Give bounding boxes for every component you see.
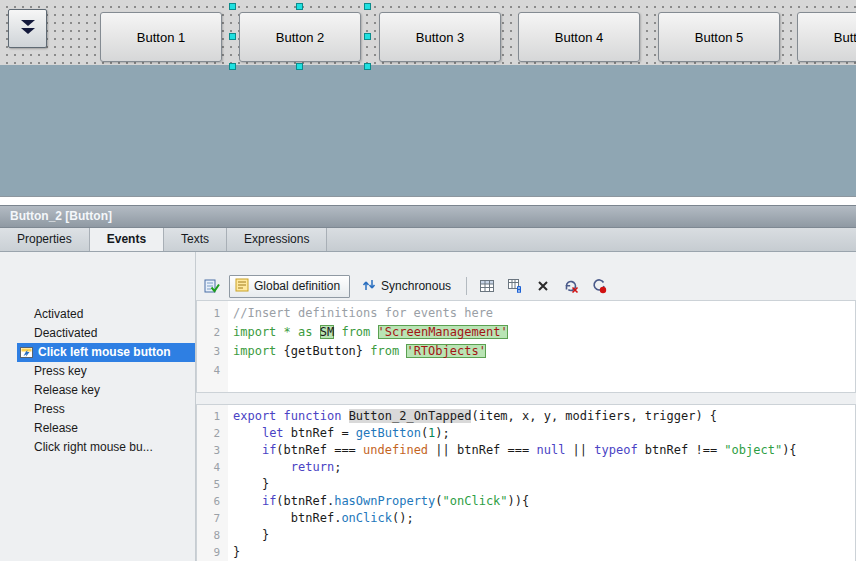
selection-handle[interactable] xyxy=(364,33,371,40)
line-number: 4 xyxy=(197,361,228,380)
event-item-press[interactable]: Press xyxy=(0,400,195,419)
validate-script-icon xyxy=(204,278,220,294)
line-number: 4 xyxy=(197,459,228,476)
code-text: if(btnRef === undefined || btnRef === nu… xyxy=(228,442,797,459)
global-definition-button[interactable]: Global definition xyxy=(229,275,350,298)
global-definition-icon xyxy=(235,278,249,295)
selection-handle[interactable] xyxy=(229,3,236,10)
event-icon xyxy=(20,346,33,359)
event-item-deactivated[interactable]: Deactivated xyxy=(0,324,195,343)
insert-system-item-icon xyxy=(507,278,523,294)
event-item-release-key[interactable]: Release key xyxy=(0,381,195,400)
code-text: import {getButton} from 'RTObjects' xyxy=(228,342,486,361)
code-line: 3 if(btnRef === undefined || btnRef === … xyxy=(197,442,855,459)
code-line: 6 if(btnRef.hasOwnProperty("onClick")){ xyxy=(197,493,855,510)
selection-handle[interactable] xyxy=(229,33,236,40)
canvas-button-6[interactable]: Button 6 xyxy=(797,12,856,62)
tab-expressions[interactable]: Expressions xyxy=(227,228,327,251)
code-text: if(btnRef.hasOwnProperty("onClick")){ xyxy=(228,493,529,510)
event-item-click-left-mouse-button[interactable]: Click left mouse button xyxy=(17,343,195,362)
code-line: 3import {getButton} from 'RTObjects' xyxy=(197,342,855,361)
code-text: //Insert definitions for events here xyxy=(228,304,493,323)
code-line: 9} xyxy=(197,544,855,561)
code-line: 5 } xyxy=(197,476,855,493)
tab-properties[interactable]: Properties xyxy=(0,228,90,251)
event-item-activated[interactable]: Activated xyxy=(0,305,195,324)
synchronous-button[interactable]: Synchronous xyxy=(356,276,457,297)
selection-handle[interactable] xyxy=(296,63,303,70)
code-text: export function Button_2_OnTapped(item, … xyxy=(228,408,717,425)
code-line: 1//Insert definitions for events here xyxy=(197,304,855,323)
code-text: import * as SM from 'ScreenManagement' xyxy=(228,323,508,342)
code-text: return; xyxy=(228,459,341,476)
goto-error-button[interactable] xyxy=(588,275,610,297)
line-number: 3 xyxy=(197,442,228,459)
delete-button[interactable] xyxy=(532,275,554,297)
canvas-button-1[interactable]: Button 1 xyxy=(100,12,222,62)
global-definition-editor[interactable]: 1//Insert definitions for events here2im… xyxy=(196,300,856,393)
screen-background xyxy=(0,65,856,196)
events-list: ActivatedDeactivatedClick left mouse but… xyxy=(0,252,196,561)
global-definition-label: Global definition xyxy=(254,279,340,293)
code-line: 1export function Button_2_OnTapped(item,… xyxy=(197,408,855,425)
tab-events[interactable]: Events xyxy=(90,228,164,251)
event-item-release[interactable]: Release xyxy=(0,419,195,438)
discard-changes-icon xyxy=(563,278,579,294)
selection-handle[interactable] xyxy=(229,63,236,70)
event-item-label: Click left mouse button xyxy=(38,343,171,362)
validate-script-button[interactable] xyxy=(201,275,223,297)
line-number: 8 xyxy=(197,527,228,544)
inspector-content: ActivatedDeactivatedClick left mouse but… xyxy=(0,252,856,561)
selection-handle[interactable] xyxy=(364,63,371,70)
line-number: 6 xyxy=(197,493,228,510)
goto-error-icon xyxy=(591,278,607,294)
design-canvas: Button 1Button 2Button 3Button 4Button 5… xyxy=(0,0,856,197)
line-number: 1 xyxy=(197,408,228,425)
code-line: 7 btnRef.onClick(); xyxy=(197,510,855,527)
tab-bar: PropertiesEventsTextsExpressions xyxy=(0,228,856,252)
script-pane: Global definition Synchronous xyxy=(196,252,856,561)
code-text: } xyxy=(228,544,240,561)
canvas-button-4[interactable]: Button 4 xyxy=(518,12,640,62)
canvas-button-3[interactable]: Button 3 xyxy=(379,12,501,62)
canvas-button-5[interactable]: Button 5 xyxy=(658,12,780,62)
synchronous-label: Synchronous xyxy=(381,279,451,293)
discard-changes-button[interactable] xyxy=(560,275,582,297)
double-chevron-down-icon xyxy=(17,16,39,42)
code-line: 2 let btnRef = getButton(1); xyxy=(197,425,855,442)
line-number: 2 xyxy=(197,425,228,442)
insert-table-button[interactable] xyxy=(476,275,498,297)
script-toolbar: Global definition Synchronous xyxy=(196,273,856,299)
insert-system-item-button[interactable] xyxy=(504,275,526,297)
code-text xyxy=(228,361,233,380)
line-number: 1 xyxy=(197,304,228,323)
event-item-click-right-mouse-bu[interactable]: Click right mouse bu... xyxy=(0,438,195,457)
code-line: 4 xyxy=(197,361,855,380)
toolbar-separator xyxy=(466,277,467,295)
delete-icon xyxy=(536,279,550,293)
code-text: } xyxy=(228,476,269,493)
line-number: 7 xyxy=(197,510,228,527)
code-text: btnRef.onClick(); xyxy=(228,510,414,527)
double-arrow-button[interactable] xyxy=(8,9,47,48)
selection-handle[interactable] xyxy=(296,3,303,10)
inspector-title: Button_2 [Button] xyxy=(0,205,856,228)
code-text: } xyxy=(228,527,269,544)
code-line: 2import * as SM from 'ScreenManagement' xyxy=(197,323,855,342)
app-root: Button 1Button 2Button 3Button 4Button 5… xyxy=(0,0,856,561)
line-number: 5 xyxy=(197,476,228,493)
event-item-press-key[interactable]: Press key xyxy=(0,362,195,381)
selection-handle[interactable] xyxy=(364,3,371,10)
line-number: 3 xyxy=(197,342,228,361)
tab-texts[interactable]: Texts xyxy=(164,228,227,251)
insert-table-icon xyxy=(479,278,495,294)
line-number: 9 xyxy=(197,544,228,561)
event-script-editor[interactable]: 1export function Button_2_OnTapped(item,… xyxy=(196,404,856,561)
canvas-button-2[interactable]: Button 2 xyxy=(239,12,361,62)
code-text: let btnRef = getButton(1); xyxy=(228,425,450,442)
line-number: 2 xyxy=(197,323,228,342)
code-line: 8 } xyxy=(197,527,855,544)
code-line: 4 return; xyxy=(197,459,855,476)
synchronous-icon xyxy=(362,278,376,295)
